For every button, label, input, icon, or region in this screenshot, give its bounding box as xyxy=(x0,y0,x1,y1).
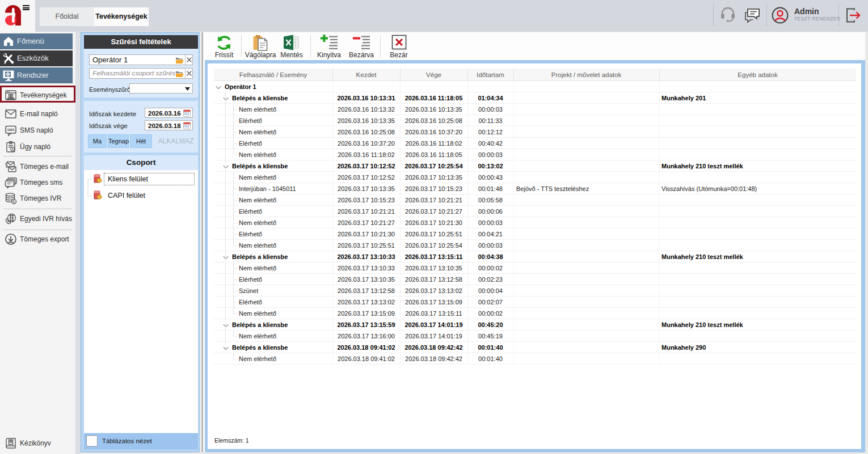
svg-text:SMS: SMS xyxy=(7,128,14,131)
